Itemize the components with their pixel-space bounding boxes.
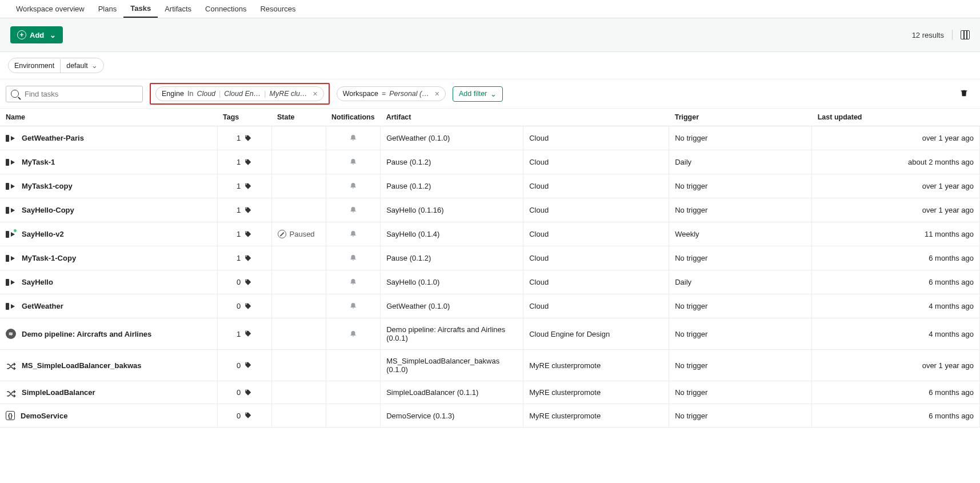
bell-icon[interactable] bbox=[349, 302, 357, 311]
environment-row: Environment default⌄ bbox=[0, 52, 980, 79]
bell-icon[interactable] bbox=[349, 254, 357, 263]
bell-icon[interactable] bbox=[349, 158, 357, 167]
col-tags[interactable]: Tags bbox=[217, 109, 271, 126]
updated-text: 6 months ago bbox=[929, 254, 974, 262]
task-name: GetWeather bbox=[22, 302, 63, 310]
search-box[interactable] bbox=[6, 86, 143, 102]
task-icon bbox=[6, 182, 16, 190]
filter-workspace-remove[interactable]: × bbox=[435, 89, 439, 98]
tag-icon[interactable] bbox=[244, 330, 252, 338]
col-last-updated[interactable]: Last updated bbox=[812, 109, 980, 126]
filter-workspace-operator: = bbox=[382, 90, 386, 98]
table-row[interactable]: SayHello-Copy1SayHello (0.1.16)CloudNo t… bbox=[0, 198, 980, 222]
search-input[interactable] bbox=[22, 89, 138, 99]
bell-icon[interactable] bbox=[349, 182, 357, 191]
col-notifications[interactable]: Notifications bbox=[326, 109, 381, 126]
table-row[interactable]: {}DemoService0DemoService (0.1.3)MyRE cl… bbox=[0, 404, 980, 428]
artifact-text: Pause (0.1.2) bbox=[386, 158, 431, 166]
col-trigger[interactable]: Trigger bbox=[669, 109, 812, 126]
table-row[interactable]: SayHello0SayHello (0.1.0)CloudDaily6 mon… bbox=[0, 270, 980, 294]
tag-icon[interactable] bbox=[244, 182, 252, 190]
tag-icon[interactable] bbox=[244, 278, 252, 286]
tag-icon[interactable] bbox=[244, 302, 252, 310]
nav-resources[interactable]: Resources bbox=[253, 1, 302, 17]
add-filter-button[interactable]: Add filter ⌄ bbox=[453, 86, 503, 102]
updated-text: over 1 year ago bbox=[922, 206, 974, 214]
artifact-text: DemoService (0.1.3) bbox=[386, 412, 454, 420]
tag-icon[interactable] bbox=[244, 389, 252, 397]
nav-plans[interactable]: Plans bbox=[91, 1, 124, 17]
engine-text: Cloud bbox=[529, 302, 549, 310]
artifact-text: Pause (0.1.2) bbox=[386, 254, 431, 262]
tag-count: 1 bbox=[237, 230, 241, 238]
filter-workspace-label: Workspace bbox=[343, 90, 378, 98]
trigger-text: No trigger bbox=[675, 206, 707, 214]
environment-selector[interactable]: Environment default⌄ bbox=[8, 58, 104, 73]
table-row[interactable]: MS_SimpleLoadBalancer_bakwas0MS_SimpleLo… bbox=[0, 350, 980, 381]
engine-text: Cloud bbox=[529, 230, 549, 238]
bell-icon[interactable] bbox=[349, 134, 357, 143]
paused-icon bbox=[278, 230, 286, 238]
task-name: MyTask1-copy bbox=[22, 182, 73, 190]
table-row[interactable]: SimpleLoadBalancer0SimpleLoadBalancer (0… bbox=[0, 381, 980, 404]
environment-value: default⌄ bbox=[61, 58, 103, 73]
updated-text: 11 months ago bbox=[925, 230, 974, 238]
tag-icon[interactable] bbox=[244, 412, 252, 420]
artifact-text: SimpleLoadBalancer (0.1.1) bbox=[386, 388, 478, 397]
nav-artifacts[interactable]: Artifacts bbox=[158, 1, 198, 17]
task-icon bbox=[6, 302, 16, 310]
filter-chip-engine[interactable]: Engine In Cloud | Cloud En… | MyRE clu… … bbox=[155, 86, 324, 101]
filter-engine-remove[interactable]: × bbox=[313, 89, 317, 98]
table-row[interactable]: GetWeather0GetWeather (0.1.0)CloudNo tri… bbox=[0, 294, 980, 318]
toolbar: + Add ⌄ 12 results bbox=[0, 18, 980, 52]
add-filter-label: Add filter bbox=[459, 90, 487, 98]
divider bbox=[952, 30, 953, 40]
status-dot-icon bbox=[13, 229, 17, 233]
bell-icon[interactable] bbox=[349, 278, 357, 287]
nav-connections[interactable]: Connections bbox=[198, 1, 253, 17]
col-state[interactable]: State bbox=[271, 109, 326, 126]
tag-icon[interactable] bbox=[244, 361, 252, 369]
chevron-down-icon: ⌄ bbox=[91, 62, 98, 70]
col-name[interactable]: Name bbox=[0, 109, 217, 126]
tag-count: 1 bbox=[237, 330, 241, 338]
tag-count: 1 bbox=[237, 158, 241, 166]
table-row[interactable]: MyTask-11Pause (0.1.2)CloudDailyabout 2 … bbox=[0, 150, 980, 174]
columns-icon[interactable] bbox=[961, 30, 970, 39]
task-name: MyTask-1-Copy bbox=[22, 254, 76, 262]
table-row[interactable]: MyTask1-copy1Pause (0.1.2)CloudNo trigge… bbox=[0, 174, 980, 198]
col-engine[interactable] bbox=[523, 109, 669, 126]
tag-icon[interactable] bbox=[244, 254, 252, 262]
top-nav: Workspace overview Plans Tasks Artifacts… bbox=[0, 0, 980, 18]
clear-filters-button[interactable] bbox=[959, 89, 969, 99]
table-row[interactable]: ≋Demo pipeline: Aircrafts and Airlines1D… bbox=[0, 318, 980, 350]
engine-text: Cloud bbox=[529, 182, 549, 190]
trigger-text: No trigger bbox=[675, 330, 707, 338]
tag-icon[interactable] bbox=[244, 134, 252, 142]
task-name: MyTask-1 bbox=[22, 158, 55, 166]
table-row[interactable]: SayHello-v21PausedSayHello (0.1.4)CloudW… bbox=[0, 222, 980, 246]
bell-icon[interactable] bbox=[349, 230, 357, 239]
updated-text: 4 months ago bbox=[929, 330, 974, 338]
trigger-text: No trigger bbox=[675, 361, 707, 370]
nav-tasks[interactable]: Tasks bbox=[123, 1, 158, 18]
task-icon bbox=[6, 230, 16, 238]
bell-icon[interactable] bbox=[349, 330, 357, 339]
tag-icon[interactable] bbox=[244, 206, 252, 214]
tag-count: 1 bbox=[237, 254, 241, 262]
engine-text: Cloud bbox=[529, 206, 549, 214]
col-artifact[interactable]: Artifact bbox=[381, 109, 523, 126]
add-button[interactable]: + Add ⌄ bbox=[10, 26, 63, 43]
filter-chip-workspace[interactable]: Workspace = Personal (… × bbox=[337, 86, 446, 101]
nav-workspace-overview[interactable]: Workspace overview bbox=[9, 1, 91, 17]
artifact-text: GetWeather (0.1.0) bbox=[386, 302, 450, 310]
tag-icon[interactable] bbox=[244, 158, 252, 166]
tag-icon[interactable] bbox=[244, 230, 252, 238]
table-row[interactable]: MyTask-1-Copy1Pause (0.1.2)CloudNo trigg… bbox=[0, 246, 980, 270]
table-row[interactable]: GetWeather-Paris1GetWeather (0.1.0)Cloud… bbox=[0, 126, 980, 150]
engine-text: MyRE clusterpromote bbox=[529, 388, 601, 397]
plus-icon: + bbox=[17, 30, 26, 39]
trigger-text: No trigger bbox=[675, 388, 707, 397]
task-name: SayHello bbox=[22, 278, 53, 286]
bell-icon[interactable] bbox=[349, 206, 357, 215]
